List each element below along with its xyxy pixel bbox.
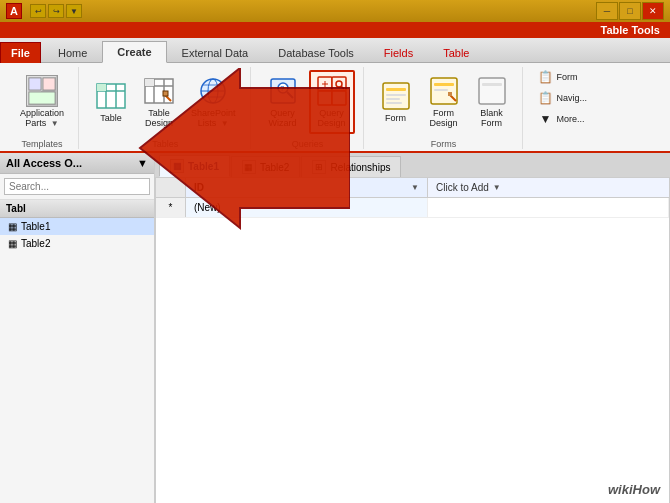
sharepoint-lists-label: SharePointLists ▼: [191, 109, 236, 129]
tables-buttons: Table TableDesign: [89, 67, 242, 137]
table-row-header: [156, 178, 186, 197]
quick-access-btn[interactable]: ▼: [66, 4, 82, 18]
sharepoint-lists-icon: [197, 75, 229, 107]
svg-rect-27: [332, 91, 346, 105]
tab-home[interactable]: Home: [43, 42, 102, 63]
ribbon-group-tables: Table TableDesign: [81, 67, 251, 149]
blank-form-icon: [476, 75, 508, 107]
queries-buttons: ? QueryWizard: [261, 67, 355, 137]
tab-table[interactable]: Table: [428, 42, 484, 63]
svg-rect-42: [479, 78, 505, 104]
svg-rect-2: [29, 92, 55, 104]
navigation-label: Navig...: [557, 93, 588, 103]
nav-item-table1[interactable]: ▦ Table1: [0, 218, 154, 235]
table-label: Table: [100, 114, 122, 124]
blank-form-btn[interactable]: BlankForm: [470, 71, 514, 133]
form-btn[interactable]: Form: [374, 76, 418, 128]
table-btn[interactable]: Table: [89, 76, 133, 128]
svg-rect-26: [318, 91, 332, 105]
tables-group-label: Tables: [89, 137, 242, 149]
doc-tab-relationships[interactable]: ⊞ Relationships: [301, 156, 401, 177]
maximize-btn[interactable]: □: [619, 2, 641, 20]
doc-tab-relationships-icon: ⊞: [312, 160, 326, 174]
svg-rect-12: [145, 79, 154, 86]
tab-row: File Home Create External Data Database …: [0, 38, 670, 63]
tab-database-tools[interactable]: Database Tools: [263, 42, 369, 63]
ribbon-group-queries: ? QueryWizard: [253, 67, 364, 149]
svg-rect-33: [386, 88, 406, 91]
blank-form-label: BlankForm: [480, 109, 503, 129]
form-label: Form: [385, 114, 406, 124]
query-design-btn[interactable]: QueryDesign: [309, 70, 355, 134]
navigation-btn[interactable]: 📋 Navig...: [533, 88, 593, 108]
queries-group-label: Queries: [261, 137, 355, 149]
query-wizard-btn[interactable]: ? QueryWizard: [261, 71, 305, 133]
form-design-btn[interactable]: FormDesign: [422, 71, 466, 133]
nav-form-btn[interactable]: 📋 Form: [533, 67, 593, 87]
app-parts-btn[interactable]: ApplicationParts ▼: [14, 71, 70, 133]
tab-create[interactable]: Create: [102, 41, 166, 63]
svg-rect-1: [43, 78, 55, 90]
doc-tab-table1[interactable]: ▦ Table1: [159, 155, 230, 177]
table-header-row: ID ▼ Click to Add ▼: [156, 178, 669, 198]
ribbon-group-forms: Form FormDesign: [366, 67, 523, 149]
svg-text:?: ?: [280, 84, 285, 93]
more-forms-label: More...: [557, 114, 585, 124]
templates-label: Templates: [14, 137, 70, 149]
ribbon: Table Tools File Home Create External Da…: [0, 22, 670, 153]
more-forms-group-label: [533, 147, 593, 149]
doc-tabs: ▦ Table1 ▦ Table2 ⊞ Relationships: [155, 153, 670, 177]
table-cell-new[interactable]: (New): [186, 198, 428, 217]
nav-search-input[interactable]: [4, 178, 150, 195]
form-icon: [380, 80, 412, 112]
table-design-btn[interactable]: TableDesign: [137, 71, 181, 133]
svg-rect-36: [386, 102, 402, 104]
table-design-icon: [143, 75, 175, 107]
nav-panel: All Access O... ▼ Tabl ▦ Table1 ▦ Table2: [0, 153, 155, 503]
new-row-indicator: *: [156, 198, 186, 217]
query-wizard-label: QueryWizard: [269, 109, 297, 129]
nav-form-icon: 📋: [538, 69, 554, 85]
svg-rect-0: [29, 78, 41, 90]
table-col-id[interactable]: ID ▼: [186, 178, 428, 197]
table2-nav-icon: ▦: [8, 238, 17, 249]
svg-rect-7: [97, 84, 106, 91]
navigation-icon: 📋: [538, 90, 554, 106]
query-design-label: QueryDesign: [318, 109, 346, 129]
tab-external-data[interactable]: External Data: [167, 42, 264, 63]
tab-file[interactable]: File: [0, 42, 41, 63]
click-to-add-arrow: ▼: [493, 183, 501, 192]
redo-btn[interactable]: ↪: [48, 4, 64, 18]
title-bar: A ↩ ↪ ▼ ─ □ ✕: [0, 0, 670, 22]
form-design-icon: [428, 75, 460, 107]
more-forms-btn[interactable]: ▼ More...: [533, 109, 593, 129]
window-controls: ─ □ ✕: [596, 2, 664, 20]
app-parts-label: ApplicationParts ▼: [20, 109, 64, 129]
table-row: * (New): [156, 198, 669, 218]
table-design-label: TableDesign: [145, 109, 173, 129]
svg-rect-34: [386, 94, 406, 96]
tab-fields[interactable]: Fields: [369, 42, 428, 63]
id-col-arrow: ▼: [411, 183, 419, 192]
svg-rect-14: [163, 91, 168, 96]
doc-tab-table2[interactable]: ▦ Table2: [231, 156, 300, 177]
app-parts-icon: [26, 75, 58, 107]
forms-buttons: Form FormDesign: [374, 67, 514, 137]
wikihow-logo: wikiHow: [608, 482, 660, 497]
table-cell-empty[interactable]: [428, 198, 670, 217]
form-design-label: FormDesign: [430, 109, 458, 129]
nav-item-table2[interactable]: ▦ Table2: [0, 235, 154, 252]
doc-tab-table2-icon: ▦: [242, 160, 256, 174]
ribbon-group-templates: ApplicationParts ▼ Templates: [6, 67, 79, 149]
svg-rect-39: [434, 89, 448, 91]
click-to-add-header[interactable]: Click to Add ▼: [428, 178, 669, 197]
undo-btn[interactable]: ↩: [30, 4, 46, 18]
close-btn[interactable]: ✕: [642, 2, 664, 20]
nav-form-label: Form: [557, 72, 578, 82]
nav-expand-icon[interactable]: ▼: [137, 157, 148, 169]
minimize-btn[interactable]: ─: [596, 2, 618, 20]
wikihow-watermark: wikiHow: [608, 482, 660, 497]
small-forms-group: 📋 Form 📋 Navig... ▼ More...: [533, 67, 593, 129]
sharepoint-lists-btn[interactable]: SharePointLists ▼: [185, 71, 242, 133]
more-forms-icon: ▼: [538, 111, 554, 127]
